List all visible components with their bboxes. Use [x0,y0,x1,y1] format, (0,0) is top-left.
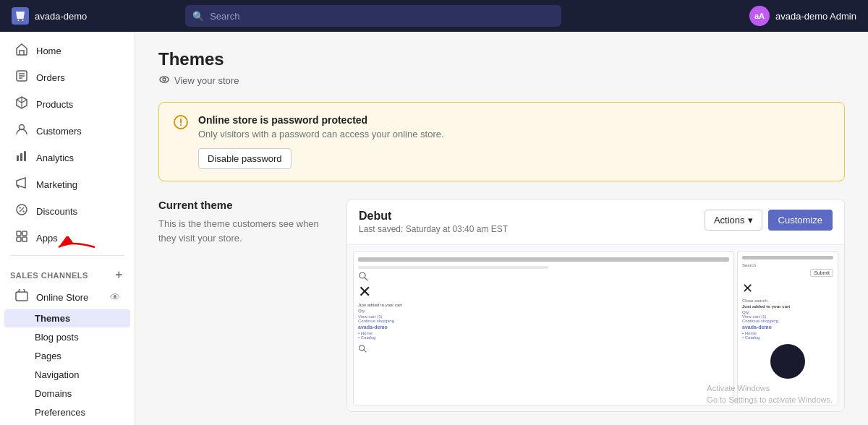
sidebar-subitem-preferences[interactable]: Preferences [4,403,130,421]
analytics-icon [14,150,29,166]
current-theme-description: This is the theme customers see when the… [158,217,329,245]
top-navigation: avada-demo 🔍 aA avada-demo Admin [0,0,868,32]
preview-left-panel: ✕ Just added to your cart Qty: View cart… [353,251,734,405]
svg-point-16 [160,77,169,82]
sidebar-item-discounts[interactable]: Discounts [4,198,130,224]
view-store-icon [158,74,170,87]
svg-point-1 [22,20,24,21]
actions-button[interactable]: Actions ▾ [705,210,762,231]
sidebar-subitem-blog-posts[interactable]: Blog posts [4,328,130,346]
sidebar-label-apps: Apps [36,233,58,244]
sidebar: Home Orders Products [0,32,135,425]
search-input[interactable] [210,11,554,22]
sidebar-subitem-navigation[interactable]: Navigation [4,366,130,384]
products-icon [14,96,29,112]
sidebar-label-products: Products [36,99,73,110]
store-name: avada-demo [35,11,87,22]
search-icon-preview [358,271,368,281]
home-icon [14,43,29,59]
sidebar-subitem-domains[interactable]: Domains [4,385,130,403]
user-name: avada-demo Admin [775,11,856,22]
subitem-label-pages: Pages [35,351,61,361]
sidebar-label-discounts: Discounts [36,206,77,217]
svg-point-22 [359,345,365,351]
view-store-link[interactable]: View your store [158,74,845,87]
subitem-label-themes: Themes [35,313,70,324]
subitem-label-domains: Domains [35,388,72,399]
online-store-label-row: Online Store [14,289,88,305]
add-sales-channel-button[interactable]: ＋ [113,267,125,283]
theme-saved: Last saved: Saturday at 03:40 am EST [359,224,508,234]
svg-rect-5 [17,155,19,161]
view-online-store-icon[interactable]: 👁 [110,291,120,303]
theme-card: Debut Last saved: Saturday at 03:40 am E… [346,199,845,412]
windows-watermark: Activate Windows Go to Settings to activ… [707,383,833,405]
svg-point-20 [359,272,365,278]
sidebar-item-apps[interactable]: Apps [4,225,130,251]
sidebar-item-marketing[interactable]: Marketing [4,171,130,197]
online-store-label: Online Store [36,292,88,303]
theme-card-header: Debut Last saved: Saturday at 03:40 am E… [347,199,844,245]
banner-description: Only visitors with a password can access… [198,129,444,139]
sidebar-item-customers[interactable]: Customers [4,118,130,144]
sidebar-divider [10,255,124,256]
search-icon: 🔍 [192,11,204,22]
sidebar-item-products[interactable]: Products [4,91,130,117]
sidebar-item-orders[interactable]: Orders [4,64,130,90]
theme-actions: Actions ▾ Customize [705,210,833,231]
avatar: aA [749,6,770,26]
svg-point-19 [180,124,182,126]
current-theme-heading: Current theme [158,199,329,211]
brand-link-preview: avada-demo [354,323,733,331]
sidebar-label-marketing: Marketing [36,179,77,190]
subitem-label-navigation: Navigation [35,369,79,380]
user-badge[interactable]: aA avada-demo Admin [749,6,856,26]
sidebar-label-home: Home [36,46,61,56]
sidebar-item-analytics[interactable]: Analytics [4,145,130,171]
warning-icon [174,115,188,133]
svg-line-21 [365,278,367,280]
svg-rect-10 [22,231,27,236]
orders-icon [14,69,29,85]
subitem-label-blog-posts: Blog posts [35,332,79,343]
online-store-icon [14,289,29,305]
svg-rect-6 [20,153,22,161]
search-bar[interactable]: 🔍 [185,5,561,27]
sales-channels-section: Sales Channels ＋ [0,260,135,286]
sidebar-label-orders: Orders [36,72,65,83]
subitem-label-preferences: Preferences [35,407,85,418]
store-badge[interactable]: avada-demo [12,7,87,25]
customize-button[interactable]: Customize [768,210,833,231]
banner-content: Online store is password protected Only … [198,114,444,169]
svg-line-23 [364,350,366,352]
svg-rect-7 [24,151,26,161]
theme-name: Debut [359,210,508,223]
password-banner: Online store is password protected Only … [158,102,845,181]
sidebar-subitem-themes[interactable]: Themes [4,309,130,327]
apps-icon [14,230,29,246]
svg-rect-9 [17,231,21,236]
marketing-icon [14,176,29,192]
svg-point-17 [163,78,166,81]
close-icon-preview2: ✕ [738,278,838,299]
theme-info: Debut Last saved: Saturday at 03:40 am E… [359,210,508,234]
discounts-icon [14,203,29,219]
chevron-down-icon: ▾ [748,215,753,226]
main-content: Themes View your store Online store is [135,32,868,425]
svg-point-0 [18,20,20,21]
banner-title: Online store is password protected [198,114,444,126]
current-theme-info: Current theme This is the theme customer… [158,199,346,412]
svg-rect-13 [16,292,27,301]
preview-right-panel: Search Submit ✕ Close search Just added … [737,251,838,405]
sidebar-label-customers: Customers [36,126,82,137]
sidebar-item-home[interactable]: Home [4,38,130,64]
disable-password-button[interactable]: Disable password [198,148,292,169]
search-icon-preview2 [358,344,367,353]
view-store-label: View your store [174,75,239,86]
svg-rect-12 [22,237,27,241]
theme-preview: ✕ Just added to your cart Qty: View cart… [347,245,844,411]
sidebar-subitem-pages[interactable]: Pages [4,347,130,365]
sidebar-item-online-store[interactable]: Online Store 👁 [4,286,130,309]
themes-section: Current theme This is the theme customer… [158,199,845,412]
svg-rect-11 [17,237,21,241]
